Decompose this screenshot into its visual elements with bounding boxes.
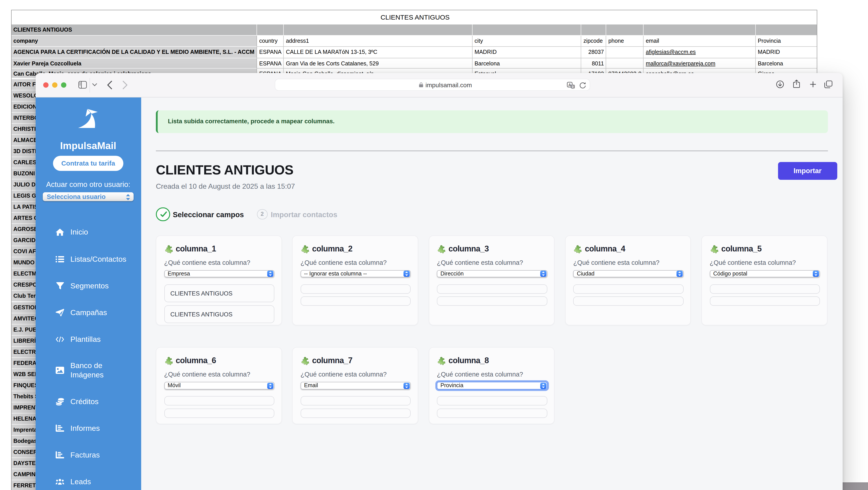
svg-text:A: A <box>568 83 571 87</box>
svg-text:文: 文 <box>571 85 574 88</box>
